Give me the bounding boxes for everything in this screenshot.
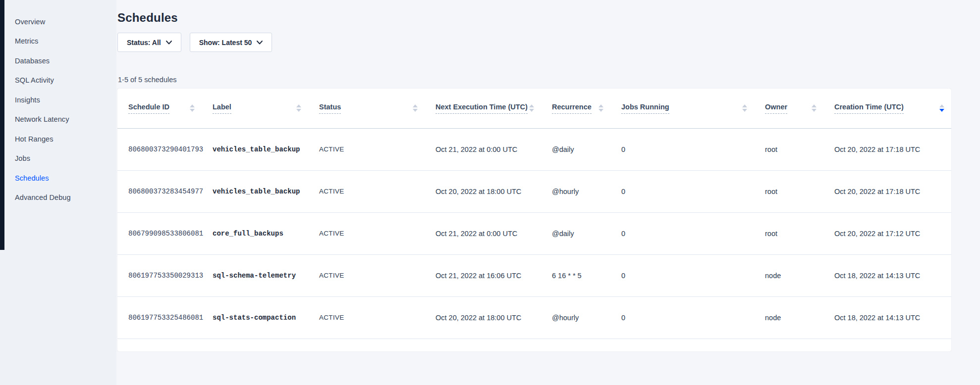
cell-owner: root [754, 212, 823, 254]
cell-label: vehicles_table_backup [202, 170, 308, 212]
cell-creation-time: Oct 20, 2022 at 17:18 UTC [823, 170, 951, 212]
results-count: 1-5 of 5 schedules [118, 76, 951, 84]
sort-icon-owner[interactable] [812, 104, 817, 112]
cell-next-execution: Oct 21, 2022 at 16:06 UTC [425, 254, 541, 296]
cell-owner: root [754, 128, 823, 170]
cell-status: ACTIVE [308, 170, 425, 212]
column-label-owner: Owner [765, 103, 787, 114]
column-label-schedule-id: Schedule ID [128, 103, 169, 114]
cell-recurrence: @daily [541, 128, 610, 170]
cell-jobs-running: 0 [610, 254, 754, 296]
sort-icon-recurrence[interactable] [599, 104, 603, 112]
cell-next-execution: Oct 21, 2022 at 0:00 UTC [425, 128, 541, 170]
cell-recurrence: @hourly [541, 296, 610, 338]
cell-owner: root [754, 170, 823, 212]
status-filter-dropdown[interactable]: Status: All [117, 33, 181, 52]
cell-label: core_full_backups [202, 212, 308, 254]
cell-schedule-id: 806800373283454977 [117, 170, 202, 212]
cell-schedule-id: 806800373290401793 [117, 128, 202, 170]
column-header-creation-time[interactable]: Creation Time (UTC) [823, 89, 951, 128]
sort-icon-next-execution[interactable] [529, 104, 534, 112]
sidebar-item-hot-ranges[interactable]: Hot Ranges [0, 129, 116, 149]
column-label-recurrence: Recurrence [552, 103, 592, 114]
cell-next-execution: Oct 21, 2022 at 0:00 UTC [425, 212, 541, 254]
column-label-creation-time: Creation Time (UTC) [834, 103, 904, 114]
sidebar-item-schedules[interactable]: Schedules [0, 168, 116, 188]
cell-jobs-running: 0 [610, 170, 754, 212]
cell-recurrence: @hourly [541, 170, 610, 212]
column-label-jobs-running: Jobs Running [621, 103, 669, 114]
sidebar-item-network-latency[interactable]: Network Latency [0, 110, 116, 130]
sidebar-item-metrics[interactable]: Metrics [0, 32, 116, 51]
schedules-table: Schedule IDLabelStatusNext Execution Tim… [117, 89, 951, 339]
column-label-label: Label [213, 103, 231, 114]
cell-jobs-running: 0 [610, 128, 754, 170]
cell-status: ACTIVE [308, 212, 425, 254]
sort-icon-creation-time[interactable] [939, 104, 944, 112]
cell-owner: node [754, 254, 823, 296]
cell-status: ACTIVE [308, 254, 425, 296]
cell-next-execution: Oct 20, 2022 at 18:00 UTC [425, 170, 541, 212]
cell-label: vehicles_table_backup [202, 128, 308, 170]
sort-icon-label[interactable] [296, 104, 301, 112]
table-row: 806197753325486081sql-stats-compactionAC… [117, 296, 951, 338]
schedules-page: Schedules Status: All Show: Latest 50 1-… [116, 0, 980, 385]
sidebar-item-advanced-debug[interactable]: Advanced Debug [0, 188, 116, 208]
sidebar-item-databases[interactable]: Databases [0, 51, 116, 71]
cell-label: sql-schema-telemetry [202, 254, 308, 296]
cell-creation-time: Oct 20, 2022 at 17:12 UTC [823, 212, 951, 254]
cell-next-execution: Oct 20, 2022 at 18:00 UTC [425, 296, 541, 338]
cell-jobs-running: 0 [610, 296, 754, 338]
column-header-recurrence[interactable]: Recurrence [541, 89, 610, 128]
table-row: 806800373290401793vehicles_table_backupA… [117, 128, 951, 170]
column-label-status: Status [319, 103, 341, 114]
chevron-down-icon [166, 41, 172, 45]
schedules-table-card: Schedule IDLabelStatusNext Execution Tim… [117, 89, 951, 351]
cell-creation-time: Oct 18, 2022 at 14:13 UTC [823, 254, 951, 296]
left-edge-strip [0, 0, 4, 250]
sidebar-item-jobs[interactable]: Jobs [0, 149, 116, 169]
cell-schedule-id: 806197753325486081 [117, 296, 202, 338]
cell-schedule-id: 806197753350029313 [117, 254, 202, 296]
table-body: 806800373290401793vehicles_table_backupA… [117, 128, 951, 338]
column-header-owner[interactable]: Owner [754, 89, 823, 128]
column-header-jobs-running[interactable]: Jobs Running [610, 89, 754, 128]
cell-recurrence: @daily [541, 212, 610, 254]
cell-status: ACTIVE [308, 128, 425, 170]
cell-schedule-id: 806799098533806081 [117, 212, 202, 254]
column-header-schedule-id[interactable]: Schedule ID [117, 89, 202, 128]
sidebar-item-sql-activity[interactable]: SQL Activity [0, 71, 116, 91]
sidebar: OverviewMetricsDatabasesSQL ActivityInsi… [0, 0, 116, 385]
column-header-status[interactable]: Status [308, 89, 425, 128]
page-title: Schedules [117, 11, 951, 25]
sort-icon-status[interactable] [413, 104, 418, 112]
cell-owner: node [754, 296, 823, 338]
sort-icon-jobs-running[interactable] [742, 104, 747, 112]
chevron-down-icon [257, 41, 263, 45]
sort-icon-schedule-id[interactable] [190, 104, 195, 112]
sidebar-nav: OverviewMetricsDatabasesSQL ActivityInsi… [0, 12, 116, 207]
column-label-next-execution: Next Execution Time (UTC) [436, 103, 528, 114]
show-filter-label: Show: Latest 50 [199, 39, 252, 47]
column-header-next-execution[interactable]: Next Execution Time (UTC) [425, 89, 541, 128]
cell-creation-time: Oct 20, 2022 at 17:18 UTC [823, 128, 951, 170]
table-row: 806197753350029313sql-schema-telemetryAC… [117, 254, 951, 296]
sidebar-item-insights[interactable]: Insights [0, 90, 116, 110]
cell-status: ACTIVE [308, 296, 425, 338]
sidebar-item-overview[interactable]: Overview [0, 12, 116, 32]
column-header-label[interactable]: Label [202, 89, 308, 128]
cell-creation-time: Oct 18, 2022 at 14:13 UTC [823, 296, 951, 338]
table-row: 806800373283454977vehicles_table_backupA… [117, 170, 951, 212]
cell-recurrence: 6 16 * * 5 [541, 254, 610, 296]
table-header-row: Schedule IDLabelStatusNext Execution Tim… [117, 89, 951, 128]
cell-label: sql-stats-compaction [202, 296, 308, 338]
show-filter-dropdown[interactable]: Show: Latest 50 [190, 33, 272, 52]
status-filter-label: Status: All [127, 39, 161, 47]
filters-bar: Status: All Show: Latest 50 [117, 33, 951, 52]
cell-jobs-running: 0 [610, 212, 754, 254]
table-row: 806799098533806081core_full_backupsACTIV… [117, 212, 951, 254]
